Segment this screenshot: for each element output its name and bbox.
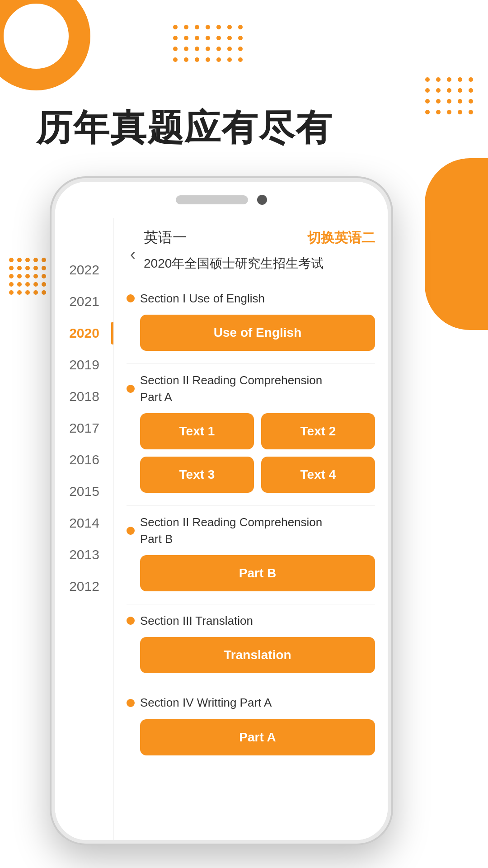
section-5-header: Section IV Writting Part A (127, 694, 375, 711)
timeline-dot-3 (127, 527, 135, 535)
year-sidebar: 2022 2021 2020 2019 2018 2017 2016 2015 … (55, 218, 114, 840)
section-3-buttons: Part B (127, 555, 375, 591)
phone-frame: 2022 2021 2020 2019 2018 2017 2016 2015 … (50, 176, 393, 845)
section-2-header: Section II Reading ComprehensionPart A (127, 372, 375, 405)
section-4-buttons: Translation (127, 637, 375, 673)
content-area: ‹ 英语一 切换英语二 2020年全国硕士研究生招生考试 Section I (114, 218, 388, 840)
back-button[interactable]: ‹ (127, 241, 139, 268)
section-1-buttons: Use of English (127, 315, 375, 351)
year-2014[interactable]: 2014 (55, 507, 113, 539)
section-1-label: Section I Use of English (140, 290, 265, 307)
year-2019[interactable]: 2019 (55, 349, 113, 381)
section-5-buttons: Part A (127, 719, 375, 755)
text4-button[interactable]: Text 4 (261, 457, 375, 493)
timeline-dot-5 (127, 699, 135, 707)
divider-1 (127, 363, 375, 364)
section-title: 英语一 (144, 228, 187, 248)
section-3-header: Section II Reading ComprehensionPart B (127, 514, 375, 547)
part-a-button[interactable]: Part A (140, 719, 375, 755)
year-2016[interactable]: 2016 (55, 444, 113, 476)
divider-3 (127, 604, 375, 604)
header-title-row: 英语一 切换英语二 (144, 228, 375, 251)
part-b-button[interactable]: Part B (140, 555, 375, 591)
timeline-dot-1 (127, 294, 135, 302)
timeline-dot-4 (127, 617, 135, 625)
section-4-label: Section III Translation (140, 613, 253, 629)
hero-title: 历年真题应有尽有 (36, 104, 333, 153)
section-4-header: Section III Translation (127, 613, 375, 629)
phone-screen: 2022 2021 2020 2019 2018 2017 2016 2015 … (55, 218, 388, 840)
year-2018[interactable]: 2018 (55, 381, 113, 412)
divider-4 (127, 686, 375, 686)
use-of-english-button[interactable]: Use of English (140, 315, 375, 351)
section-2-label: Section II Reading ComprehensionPart A (140, 372, 322, 405)
phone-mockup: 2022 2021 2020 2019 2018 2017 2016 2015 … (50, 176, 393, 845)
year-2015[interactable]: 2015 (55, 476, 113, 507)
section-1-header: Section I Use of English (127, 290, 375, 307)
text3-button[interactable]: Text 3 (140, 457, 254, 493)
translation-button[interactable]: Translation (140, 637, 375, 673)
switch-button[interactable]: 切换英语二 (307, 229, 375, 247)
year-2021[interactable]: 2021 (55, 286, 113, 317)
phone-inner: 2022 2021 2020 2019 2018 2017 2016 2015 … (55, 182, 388, 840)
phone-notch (55, 182, 388, 218)
decorative-dots-right (424, 76, 474, 116)
phone-camera (257, 195, 267, 205)
content-header: ‹ 英语一 切换英语二 2020年全国硕士研究生招生考试 (127, 218, 375, 286)
decorative-dots-top-center (172, 24, 244, 63)
year-2020[interactable]: 2020 (55, 317, 113, 349)
phone-speaker (176, 195, 248, 204)
decorative-dots-left (9, 258, 46, 295)
section-3-label: Section II Reading ComprehensionPart B (140, 514, 322, 547)
divider-2 (127, 505, 375, 506)
text2-button[interactable]: Text 2 (261, 413, 375, 449)
year-2017[interactable]: 2017 (55, 412, 113, 444)
section-5-label: Section IV Writting Part A (140, 694, 272, 711)
timeline-dot-2 (127, 385, 135, 393)
year-2012[interactable]: 2012 (55, 571, 113, 602)
text1-button[interactable]: Text 1 (140, 413, 254, 449)
year-2013[interactable]: 2013 (55, 539, 113, 571)
section-2-buttons: Text 1 Text 2 Text 3 Text 4 (127, 413, 375, 493)
year-2022[interactable]: 2022 (55, 254, 113, 286)
decorative-circle-top-left (0, 0, 90, 90)
decorative-arc-right (425, 158, 488, 330)
exam-year-title: 2020年全国硕士研究生招生考试 (144, 251, 375, 281)
